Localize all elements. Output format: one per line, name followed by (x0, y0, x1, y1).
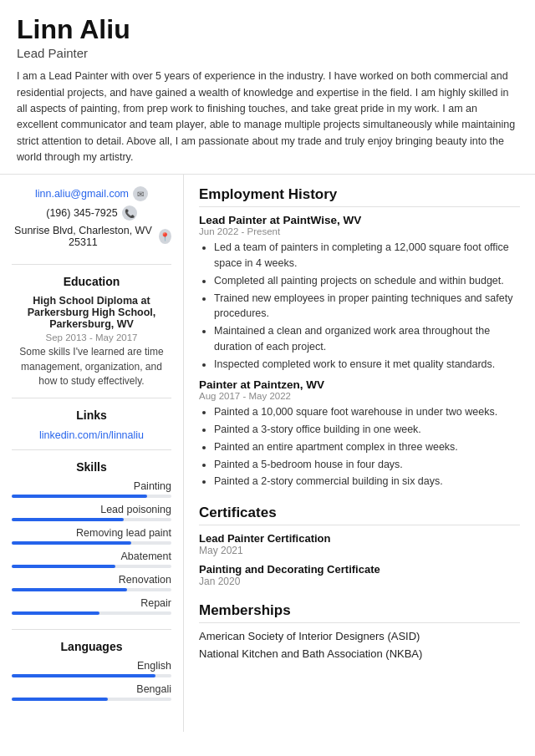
skill-bar-fill (12, 588, 127, 591)
language-bar-bg (12, 674, 171, 677)
skill-item: Lead poisoning (12, 504, 171, 521)
skill-bar-bg (12, 588, 171, 591)
job-date: Aug 2017 - May 2022 (199, 391, 520, 401)
language-bar-bg (12, 698, 171, 701)
skill-label: Painting (134, 480, 171, 492)
education-skills-note: Some skills I've learned are time manage… (12, 345, 171, 388)
email-contact: linn.aliu@gmail.com ✉ (12, 186, 171, 201)
skill-bar-fill (12, 495, 147, 498)
skill-bar-bg (12, 518, 171, 521)
contact-section: linn.aliu@gmail.com ✉ (196) 345-7925 📞 S… (12, 186, 171, 265)
education-section: Education High School Diploma at Parkers… (12, 265, 171, 398)
skill-bar-bg (12, 565, 171, 568)
address-contact: Sunrise Blvd, Charleston, WV 25311 📍 (12, 225, 171, 248)
language-label: English (137, 660, 171, 672)
job-bullet: Painted an entire apartment complex in t… (214, 439, 520, 455)
resume-header: Linn Aliu Lead Painter I am a Lead Paint… (0, 0, 535, 174)
skill-item: Painting (12, 480, 171, 498)
cert-name: Lead Painter Certification (199, 532, 520, 545)
job-bullet: Painted a 5-bedroom house in four days. (214, 457, 520, 473)
skill-bar-bg (12, 541, 171, 545)
job-item: Painter at Paintzen, WV Aug 2017 - May 2… (199, 378, 520, 490)
skill-bar-bg (12, 495, 171, 498)
job-bullet: Inspected completed work to ensure it me… (214, 357, 520, 373)
skill-bar-bg (12, 611, 171, 615)
language-label: Bengali (136, 683, 171, 695)
address-value: Sunrise Blvd, Charleston, WV 25311 (12, 225, 155, 248)
language-item: English (12, 660, 171, 677)
job-bullet: Maintained a clean and organized work ar… (214, 323, 520, 355)
job-bullet: Completed all painting projects on sched… (214, 273, 520, 289)
job-bullet: Led a team of painters in completing a 1… (214, 240, 520, 271)
employment-title: Employment History (199, 186, 520, 207)
jobs-list: Lead Painter at PaintWise, WV Jun 2022 -… (199, 214, 520, 490)
language-item: Bengali (12, 683, 171, 701)
cert-item: Lead Painter Certification May 2021 (199, 532, 520, 556)
skills-title: Skills (12, 460, 171, 474)
languages-section: Languages English Bengali (12, 630, 171, 715)
cert-item: Painting and Decorating Certificate Jan … (199, 563, 520, 587)
job-bullet: Painted a 10,000 square foot warehouse i… (214, 404, 520, 420)
skill-bar-fill (12, 565, 115, 568)
skill-label: Abatement (121, 551, 171, 562)
job-title-line: Lead Painter at PaintWise, WV (199, 214, 520, 226)
certificates-section: Certificates Lead Painter Certification … (199, 505, 520, 587)
certificates-title: Certificates (199, 505, 520, 525)
job-title-line: Painter at Paintzen, WV (199, 378, 520, 391)
candidate-summary: I am a Lead Painter with over 5 years of… (17, 68, 518, 165)
skill-label: Lead poisoning (100, 504, 171, 515)
skill-item: Abatement (12, 551, 171, 568)
membership-item: National Kitchen and Bath Association (N… (199, 647, 520, 660)
job-item: Lead Painter at PaintWise, WV Jun 2022 -… (199, 214, 520, 372)
cert-date: Jan 2020 (199, 576, 520, 587)
email-icon: ✉ (133, 186, 148, 201)
members-list: American Society of Interior Designers (… (199, 630, 520, 660)
languages-list: English Bengali (12, 660, 171, 701)
skill-label: Repair (140, 597, 171, 609)
links-title: Links (12, 408, 171, 422)
job-bullet: Painted a 2-story commercial building in… (214, 474, 520, 490)
phone-value: (196) 345-7925 (46, 207, 117, 219)
education-title: Education (12, 275, 171, 288)
certs-list: Lead Painter Certification May 2021 Pain… (199, 532, 520, 587)
phone-contact: (196) 345-7925 📞 (12, 205, 171, 221)
skill-item: Removing lead paint (12, 527, 171, 545)
links-section: Links linkedin.com/in/linnaliu (12, 398, 171, 450)
candidate-name: Linn Aliu (17, 15, 518, 44)
job-date: Jun 2022 - Present (199, 226, 520, 236)
memberships-title: Memberships (199, 602, 520, 623)
phone-icon: 📞 (122, 205, 137, 221)
cert-name: Painting and Decorating Certificate (199, 563, 520, 576)
skill-bar-fill (12, 518, 124, 521)
linkedin-link-item: linkedin.com/in/linnaliu (12, 429, 171, 441)
employment-section: Employment History Lead Painter at Paint… (199, 186, 520, 490)
job-bullets: Led a team of painters in completing a 1… (199, 240, 520, 372)
memberships-section: Memberships American Society of Interior… (199, 602, 520, 660)
job-bullet: Painted a 3-story office building in one… (214, 422, 520, 438)
languages-title: Languages (12, 640, 171, 653)
skills-section: Skills Painting Lead poisoning Removing … (12, 450, 171, 630)
candidate-job-title: Lead Painter (17, 46, 518, 60)
skill-item: Renovation (12, 574, 171, 591)
main-content: Employment History Lead Painter at Paint… (184, 175, 535, 731)
skill-label: Renovation (119, 574, 171, 586)
sidebar: linn.aliu@gmail.com ✉ (196) 345-7925 📞 S… (0, 175, 184, 731)
education-degree: High School Diploma at Parkersburg High … (12, 295, 171, 330)
job-bullet: Trained new employees in proper painting… (214, 291, 520, 322)
cert-date: May 2021 (199, 545, 520, 556)
location-icon: 📍 (159, 229, 171, 244)
skills-list: Painting Lead poisoning Removing lead pa… (12, 480, 171, 615)
main-layout: linn.aliu@gmail.com ✉ (196) 345-7925 📞 S… (0, 174, 535, 731)
job-bullets: Painted a 10,000 square foot warehouse i… (199, 404, 520, 490)
skill-bar-fill (12, 541, 131, 545)
education-date: Sep 2013 - May 2017 (12, 332, 171, 342)
skill-label: Removing lead paint (76, 527, 171, 539)
email-link[interactable]: linn.aliu@gmail.com (35, 188, 129, 200)
language-bar-fill (12, 698, 108, 701)
skill-bar-fill (12, 611, 99, 615)
language-bar-fill (12, 674, 155, 677)
membership-item: American Society of Interior Designers (… (199, 630, 520, 642)
linkedin-link[interactable]: linkedin.com/in/linnaliu (39, 429, 144, 441)
skill-item: Repair (12, 597, 171, 615)
